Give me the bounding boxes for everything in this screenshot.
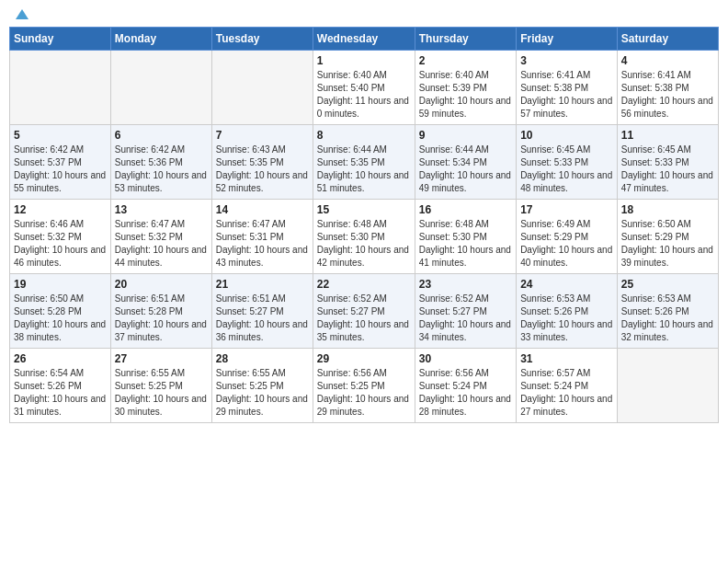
calendar-cell: 18Sunrise: 6:50 AMSunset: 5:29 PMDayligh… [617,200,718,274]
day-number: 17 [520,203,613,216]
day-info: Sunrise: 6:47 AMSunset: 5:31 PMDaylight:… [216,218,309,270]
calendar-cell: 26Sunrise: 6:54 AMSunset: 5:26 PMDayligh… [10,349,111,423]
calendar-week-row: 26Sunrise: 6:54 AMSunset: 5:26 PMDayligh… [10,349,719,423]
calendar-cell: 5Sunrise: 6:42 AMSunset: 5:37 PMDaylight… [10,125,111,200]
calendar-cell: 10Sunrise: 6:45 AMSunset: 5:33 PMDayligh… [517,125,618,200]
calendar-week-row: 12Sunrise: 6:46 AMSunset: 5:32 PMDayligh… [10,200,719,274]
calendar-cell: 25Sunrise: 6:53 AMSunset: 5:26 PMDayligh… [617,274,718,349]
calendar-cell: 19Sunrise: 6:50 AMSunset: 5:28 PMDayligh… [10,274,111,349]
day-number: 22 [317,278,411,291]
day-number: 7 [216,129,309,142]
day-number: 24 [520,278,613,291]
calendar-header-row: SundayMondayTuesdayWednesdayThursdayFrid… [10,28,719,51]
day-number: 21 [216,278,309,291]
day-info: Sunrise: 6:51 AMSunset: 5:27 PMDaylight:… [216,293,309,344]
logo [13,9,28,19]
calendar-cell: 13Sunrise: 6:47 AMSunset: 5:32 PMDayligh… [110,200,211,274]
day-number: 8 [317,129,411,142]
day-info: Sunrise: 6:56 AMSunset: 5:25 PMDaylight:… [317,367,411,419]
day-info: Sunrise: 6:41 AMSunset: 5:38 PMDaylight:… [520,69,613,121]
calendar-cell: 8Sunrise: 6:44 AMSunset: 5:35 PMDaylight… [313,125,415,200]
day-number: 11 [621,129,714,142]
day-number: 3 [520,54,613,67]
day-number: 27 [115,352,208,365]
calendar-cell [110,51,211,125]
day-info: Sunrise: 6:53 AMSunset: 5:26 PMDaylight:… [520,293,613,344]
day-number: 10 [520,129,613,142]
calendar-header-wednesday: Wednesday [313,28,415,51]
calendar-week-row: 5Sunrise: 6:42 AMSunset: 5:37 PMDaylight… [10,125,719,200]
calendar-cell: 22Sunrise: 6:52 AMSunset: 5:27 PMDayligh… [313,274,415,349]
calendar-week-row: 19Sunrise: 6:50 AMSunset: 5:28 PMDayligh… [10,274,719,349]
day-info: Sunrise: 6:48 AMSunset: 5:30 PMDaylight:… [419,218,512,270]
day-number: 30 [419,352,512,365]
calendar-week-row: 1Sunrise: 6:40 AMSunset: 5:40 PMDaylight… [10,51,719,125]
day-number: 25 [621,278,714,291]
day-number: 4 [621,54,714,67]
logo-triangle-icon [16,9,28,19]
calendar-cell: 2Sunrise: 6:40 AMSunset: 5:39 PMDaylight… [415,51,516,125]
day-info: Sunrise: 6:55 AMSunset: 5:25 PMDaylight:… [115,367,208,419]
day-info: Sunrise: 6:42 AMSunset: 5:36 PMDaylight:… [115,144,208,195]
day-info: Sunrise: 6:40 AMSunset: 5:39 PMDaylight:… [419,69,512,121]
day-info: Sunrise: 6:55 AMSunset: 5:25 PMDaylight:… [216,367,309,419]
day-info: Sunrise: 6:53 AMSunset: 5:26 PMDaylight:… [621,293,714,344]
day-info: Sunrise: 6:45 AMSunset: 5:33 PMDaylight:… [520,144,613,195]
day-number: 9 [419,129,512,142]
day-info: Sunrise: 6:56 AMSunset: 5:24 PMDaylight:… [419,367,512,419]
day-number: 16 [419,203,512,216]
day-number: 1 [317,54,411,67]
calendar-header-monday: Monday [110,28,211,51]
day-number: 12 [14,203,107,216]
calendar-cell: 9Sunrise: 6:44 AMSunset: 5:34 PMDaylight… [415,125,516,200]
calendar-cell: 15Sunrise: 6:48 AMSunset: 5:30 PMDayligh… [313,200,415,274]
day-number: 26 [14,352,107,365]
day-info: Sunrise: 6:52 AMSunset: 5:27 PMDaylight:… [317,293,411,344]
day-number: 2 [419,54,512,67]
calendar-header-friday: Friday [517,28,618,51]
calendar-cell: 27Sunrise: 6:55 AMSunset: 5:25 PMDayligh… [110,349,211,423]
calendar-header-thursday: Thursday [415,28,516,51]
day-number: 14 [216,203,309,216]
calendar-cell: 24Sunrise: 6:53 AMSunset: 5:26 PMDayligh… [517,274,618,349]
day-info: Sunrise: 6:43 AMSunset: 5:35 PMDaylight:… [216,144,309,195]
calendar-cell: 11Sunrise: 6:45 AMSunset: 5:33 PMDayligh… [617,125,718,200]
calendar-header-tuesday: Tuesday [211,28,313,51]
day-number: 5 [14,129,107,142]
day-number: 28 [216,352,309,365]
calendar-cell: 21Sunrise: 6:51 AMSunset: 5:27 PMDayligh… [211,274,313,349]
day-info: Sunrise: 6:40 AMSunset: 5:40 PMDaylight:… [317,69,411,121]
calendar-cell: 1Sunrise: 6:40 AMSunset: 5:40 PMDaylight… [313,51,415,125]
calendar-cell [10,51,111,125]
calendar-cell: 31Sunrise: 6:57 AMSunset: 5:24 PMDayligh… [517,349,618,423]
day-number: 20 [115,278,208,291]
day-number: 13 [115,203,208,216]
calendar-cell: 7Sunrise: 6:43 AMSunset: 5:35 PMDaylight… [211,125,313,200]
calendar-cell: 29Sunrise: 6:56 AMSunset: 5:25 PMDayligh… [313,349,415,423]
day-number: 31 [520,352,613,365]
day-number: 6 [115,129,208,142]
day-number: 29 [317,352,411,365]
page-header [9,9,719,19]
day-info: Sunrise: 6:45 AMSunset: 5:33 PMDaylight:… [621,144,714,195]
calendar-cell: 12Sunrise: 6:46 AMSunset: 5:32 PMDayligh… [10,200,111,274]
day-info: Sunrise: 6:46 AMSunset: 5:32 PMDaylight:… [14,218,107,270]
day-number: 19 [14,278,107,291]
calendar-cell: 6Sunrise: 6:42 AMSunset: 5:36 PMDaylight… [110,125,211,200]
calendar-cell [617,349,718,423]
day-info: Sunrise: 6:44 AMSunset: 5:35 PMDaylight:… [317,144,411,195]
calendar-cell [211,51,313,125]
day-info: Sunrise: 6:51 AMSunset: 5:28 PMDaylight:… [115,293,208,344]
day-info: Sunrise: 6:47 AMSunset: 5:32 PMDaylight:… [115,218,208,270]
day-number: 23 [419,278,512,291]
day-info: Sunrise: 6:50 AMSunset: 5:29 PMDaylight:… [621,218,714,270]
calendar-cell: 20Sunrise: 6:51 AMSunset: 5:28 PMDayligh… [110,274,211,349]
calendar-cell: 28Sunrise: 6:55 AMSunset: 5:25 PMDayligh… [211,349,313,423]
calendar-header-sunday: Sunday [10,28,111,51]
calendar-cell: 30Sunrise: 6:56 AMSunset: 5:24 PMDayligh… [415,349,516,423]
calendar-cell: 16Sunrise: 6:48 AMSunset: 5:30 PMDayligh… [415,200,516,274]
day-info: Sunrise: 6:42 AMSunset: 5:37 PMDaylight:… [14,144,107,195]
day-info: Sunrise: 6:57 AMSunset: 5:24 PMDaylight:… [520,367,613,419]
day-info: Sunrise: 6:54 AMSunset: 5:26 PMDaylight:… [14,367,107,419]
day-info: Sunrise: 6:48 AMSunset: 5:30 PMDaylight:… [317,218,411,270]
